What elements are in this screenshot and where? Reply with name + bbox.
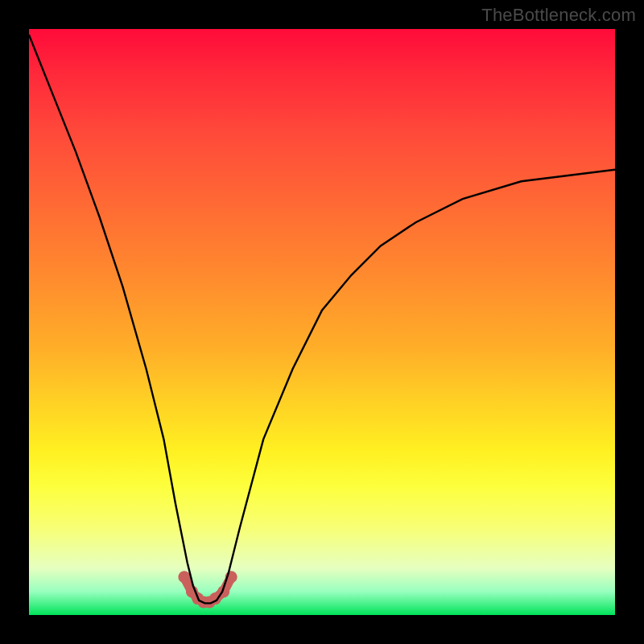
outer-frame: TheBottleneck.com [0,0,644,644]
marker-dot [178,571,190,583]
watermark-text: TheBottleneck.com [481,5,636,26]
curve-path [29,35,615,603]
plot-area [29,29,615,615]
chart-svg [29,29,615,615]
